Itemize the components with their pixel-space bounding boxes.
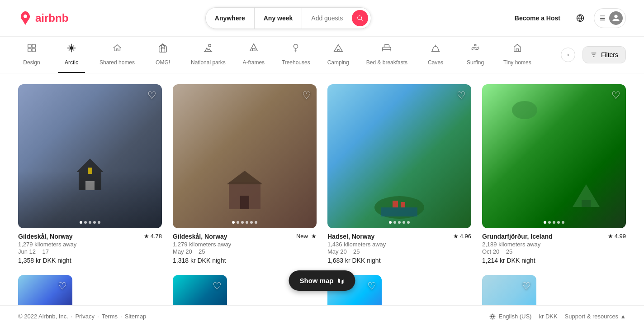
svg-rect-10 (85, 181, 95, 190)
filters-button[interactable]: Filters (582, 46, 626, 63)
category-omg-label: OMG! (156, 59, 170, 66)
become-host-link[interactable]: Become a Host (508, 10, 567, 26)
category-arctic-label: Arctic (65, 59, 78, 66)
svg-rect-20 (582, 200, 591, 207)
listing-rating-4: ★ 4.99 (608, 233, 626, 240)
footer: © 2022 Airbnb, Inc. · Privacy · Terms · … (0, 305, 644, 327)
dot (393, 221, 396, 224)
category-nav-next[interactable]: › (561, 48, 575, 62)
listing-rating-1: ★ 4.78 (144, 233, 162, 240)
arctic-icon (66, 43, 76, 56)
category-a-frames[interactable]: A-frames (240, 37, 267, 73)
copyright: © 2022 Airbnb, Inc. (18, 313, 68, 320)
language-label: English (US) (498, 313, 531, 320)
listing-header-4: Grundarfjörður, Iceland ★ 4.99 (482, 233, 626, 240)
listing-dates-2: May 20 – 25 (173, 248, 317, 255)
svg-marker-9 (76, 159, 104, 190)
terms-link[interactable]: Terms (102, 313, 118, 320)
listing-card-2[interactable]: ♡ Gildeskål, Norway New★ 1,279 kilometer… (173, 84, 317, 264)
dot (241, 221, 244, 224)
category-camping[interactable]: Camping (325, 37, 352, 73)
category-surfing[interactable]: Surfing (462, 37, 489, 73)
category-tiny-homes[interactable]: Tiny homes (502, 37, 533, 73)
dot (544, 221, 546, 224)
listing-info-2: Gildeskål, Norway New★ 1,279 kilometers … (173, 228, 317, 264)
avatar (609, 11, 623, 25)
user-menu[interactable]: ☰ (594, 8, 626, 28)
listing-card-4[interactable]: ♡ Grundarfjörður, Iceland ★ 4.99 (482, 84, 626, 264)
listing-card-1[interactable]: ♡ Gildeskål, Norway ★ 4.78 1,27 (18, 84, 162, 264)
omg-icon (158, 43, 168, 56)
dot (84, 221, 87, 224)
show-map-button[interactable]: Show map (289, 270, 355, 291)
shared-homes-icon (112, 43, 122, 56)
listing-image-1 (18, 84, 162, 228)
wishlist-btn-8[interactable]: ♡ (522, 280, 531, 292)
dot (255, 221, 257, 224)
category-caves-label: Caves (428, 59, 443, 66)
svg-point-7 (294, 44, 298, 48)
listing-location-1: Gildeskål, Norway (18, 233, 73, 240)
wishlist-btn-7[interactable]: ♡ (367, 280, 376, 292)
category-design-label: Design (23, 59, 40, 66)
bed-breakfasts-icon (382, 43, 392, 56)
listing-distance-1: 1,279 kilometers away (18, 241, 162, 248)
category-treehouses-label: Treehouses (282, 59, 310, 66)
dot (548, 221, 551, 224)
footer-sep-2: · (97, 313, 99, 320)
a-frames-icon (249, 43, 259, 56)
language-currency[interactable]: English (US) (489, 313, 531, 320)
national-parks-icon (203, 43, 213, 56)
category-arctic[interactable]: Arctic (58, 37, 85, 73)
language-button[interactable] (572, 10, 588, 26)
header: airbnb Anywhere Any week Add guests Beco… (0, 0, 644, 37)
search-anywhere[interactable]: Anywhere (206, 8, 255, 29)
wishlist-btn-1[interactable]: ♡ (147, 90, 156, 101)
listing-location-4: Grundarfjörður, Iceland (482, 233, 553, 240)
map-icon (337, 277, 345, 284)
category-national-parks-label: National parks (191, 59, 226, 66)
search-add-guests[interactable]: Add guests (302, 8, 352, 29)
svg-rect-4 (32, 48, 35, 52)
wishlist-btn-5[interactable]: ♡ (58, 280, 67, 292)
wishlist-btn-3[interactable]: ♡ (457, 90, 466, 101)
listing-location-2: Gildeskål, Norway (173, 233, 227, 240)
category-treehouses[interactable]: Treehouses (280, 37, 312, 73)
category-omg[interactable]: OMG! (149, 37, 176, 73)
wishlist-btn-6[interactable]: ♡ (213, 280, 222, 292)
globe-footer-icon (489, 313, 496, 320)
hamburger-icon: ☰ (600, 14, 606, 22)
category-design[interactable]: Design (18, 37, 45, 73)
privacy-link[interactable]: Privacy (75, 313, 95, 320)
support-resources[interactable]: Support & resources ▲ (565, 313, 626, 320)
dot (246, 221, 248, 224)
listing-distance-3: 1,436 kilometers away (327, 241, 471, 248)
listing-badge-2: New★ (296, 233, 317, 240)
search-button[interactable] (352, 10, 368, 26)
star-icon-3: ★ (453, 233, 459, 240)
svg-rect-3 (28, 48, 31, 52)
logo[interactable]: airbnb (18, 11, 68, 25)
listing-info-4: Grundarfjörður, Iceland ★ 4.99 2,189 kil… (482, 228, 626, 264)
search-any-week[interactable]: Any week (255, 8, 303, 29)
listing-rating-3: ★ 4.96 (453, 233, 471, 240)
star-icon-1: ★ (144, 233, 149, 240)
star-icon-4: ★ (608, 233, 613, 240)
listing-dates-3: May 20 – 25 (327, 248, 471, 255)
sitemap-link[interactable]: Sitemap (125, 313, 147, 320)
dot (553, 221, 555, 224)
category-caves[interactable]: Caves (422, 37, 449, 73)
currency-label[interactable]: kr DKK (539, 313, 557, 320)
dot (89, 221, 91, 224)
wishlist-btn-4[interactable]: ♡ (611, 90, 620, 101)
category-nav: Design Arctic Shared homes (0, 37, 644, 73)
category-national-parks[interactable]: National parks (189, 37, 227, 73)
listing-card-3[interactable]: ♡ Hadsel, Norway ★ 4.96 1,436 k (327, 84, 471, 264)
category-bed-breakfasts[interactable]: Bed & breakfasts (365, 37, 409, 73)
search-bar[interactable]: Anywhere Any week Add guests (205, 7, 372, 29)
category-shared-homes[interactable]: Shared homes (98, 37, 137, 73)
image-dots-2 (232, 221, 257, 224)
listing-image-wrap-1: ♡ (18, 84, 162, 228)
svg-rect-2 (32, 44, 35, 48)
wishlist-btn-2[interactable]: ♡ (302, 90, 311, 101)
